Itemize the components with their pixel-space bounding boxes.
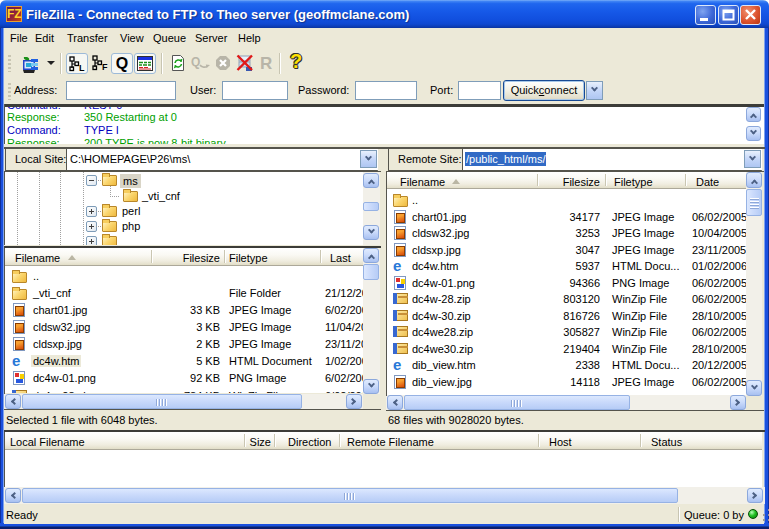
svg-text:L: L xyxy=(79,63,85,72)
svg-text:Q: Q xyxy=(191,55,200,69)
svg-text:F: F xyxy=(102,62,108,71)
